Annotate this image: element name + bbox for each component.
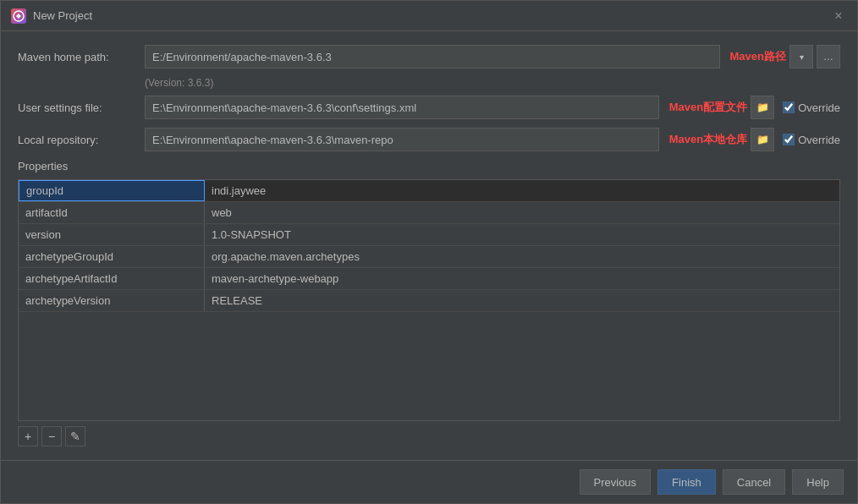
dialog-content: Maven home path: Maven路径 ▾ … (Version: 3… <box>1 31 857 460</box>
prop-value: web <box>205 202 839 223</box>
local-repo-override-label: Override <box>798 134 840 146</box>
maven-home-annotation: Maven路径 <box>730 49 786 64</box>
close-button[interactable]: × <box>830 8 847 25</box>
prop-key: archetypeGroupId <box>19 246 205 267</box>
user-settings-label: User settings file: <box>18 101 145 114</box>
dialog-footer: Previous Finish Cancel Help <box>1 460 857 503</box>
version-note: (Version: 3.6.3) <box>145 77 840 89</box>
local-repo-override-group: Override <box>783 134 840 146</box>
prop-value: maven-archetype-webapp <box>205 268 839 289</box>
local-repo-row: Local repository: Maven本地仓库 📁 Override <box>18 128 840 151</box>
properties-title: Properties <box>18 160 840 173</box>
prop-key: groupId <box>19 180 205 201</box>
maven-home-dropdown-btn[interactable]: ▾ <box>789 45 813 68</box>
local-repo-annotation: Maven本地仓库 <box>669 132 747 147</box>
cancel-button[interactable]: Cancel <box>723 469 785 495</box>
user-settings-input[interactable] <box>145 96 659 119</box>
user-settings-input-group: Maven配置文件 📁 Override <box>145 96 840 119</box>
new-project-dialog: New Project × Maven home path: Maven路径 ▾… <box>0 0 858 504</box>
maven-home-label: Maven home path: <box>18 51 145 63</box>
prop-key: artifactId <box>19 202 205 223</box>
local-repo-label: Local repository: <box>18 134 145 146</box>
maven-home-browse-btn[interactable]: … <box>817 45 840 68</box>
maven-home-input-group: Maven路径 ▾ … <box>145 45 840 68</box>
prop-value: indi.jaywee <box>205 180 839 201</box>
user-settings-override-label: Override <box>798 101 840 114</box>
properties-section: Properties groupId indi.jaywee artifactI… <box>18 160 840 446</box>
title-bar-left: New Project <box>11 8 92 24</box>
prop-value: 1.0-SNAPSHOT <box>205 224 839 245</box>
table-row[interactable]: artifactId web <box>19 202 839 224</box>
prop-key: version <box>19 224 205 245</box>
remove-property-btn[interactable]: − <box>41 426 62 446</box>
user-settings-annotation: Maven配置文件 <box>669 100 747 115</box>
properties-table: groupId indi.jaywee artifactId web versi… <box>18 179 840 421</box>
user-settings-browse-btn[interactable]: 📁 <box>751 96 774 119</box>
add-property-btn[interactable]: + <box>18 426 38 446</box>
table-toolbar: + − ✎ <box>18 421 840 446</box>
finish-button[interactable]: Finish <box>657 469 716 495</box>
table-row[interactable]: archetypeGroupId org.apache.maven.archet… <box>19 246 839 268</box>
maven-home-row: Maven home path: Maven路径 ▾ … <box>18 45 840 68</box>
prop-key: archetypeArtifactId <box>19 268 205 289</box>
local-repo-override-checkbox[interactable] <box>783 134 795 145</box>
local-repo-input-group: Maven本地仓库 📁 Override <box>145 128 840 151</box>
edit-property-btn[interactable]: ✎ <box>65 426 85 446</box>
prop-value: org.apache.maven.archetypes <box>205 246 839 267</box>
local-repo-browse-btn[interactable]: 📁 <box>751 128 774 151</box>
prop-value: RELEASE <box>205 290 839 311</box>
local-repo-input[interactable] <box>145 128 659 151</box>
table-row[interactable]: archetypeArtifactId maven-archetype-weba… <box>19 268 839 290</box>
table-row[interactable]: archetypeVersion RELEASE <box>19 290 839 312</box>
app-icon <box>11 8 26 24</box>
maven-home-input[interactable] <box>145 45 720 68</box>
title-bar: New Project × <box>1 1 857 31</box>
table-row[interactable]: groupId indi.jaywee <box>19 180 839 202</box>
user-settings-row: User settings file: Maven配置文件 📁 Override <box>18 96 840 119</box>
help-button[interactable]: Help <box>792 469 844 495</box>
table-row[interactable]: version 1.0-SNAPSHOT <box>19 224 839 246</box>
user-settings-override-checkbox[interactable] <box>783 101 795 113</box>
previous-button[interactable]: Previous <box>580 469 652 495</box>
window-title: New Project <box>33 9 92 22</box>
user-settings-override-group: Override <box>783 101 840 114</box>
prop-key: archetypeVersion <box>19 290 205 311</box>
